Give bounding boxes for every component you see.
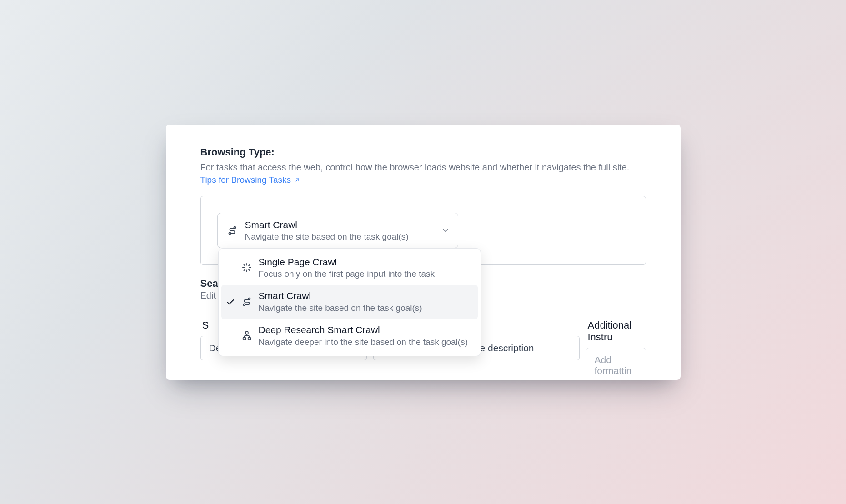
cell-additional-instructions[interactable]: Add formattin <box>586 348 646 379</box>
option-desc: Navigate the site based on the task goal… <box>259 302 422 314</box>
option-single-page-crawl[interactable]: Single Page Crawl Focus only on the firs… <box>221 251 478 285</box>
route-icon <box>241 296 252 307</box>
svg-line-9 <box>244 269 245 271</box>
option-deep-research-smart-crawl[interactable]: Deep Research Smart Crawl Navigate deepe… <box>221 319 478 353</box>
option-title: Deep Research Smart Crawl <box>259 324 468 336</box>
settings-card: Browsing Type: For tasks that access the… <box>166 125 681 380</box>
option-desc: Focus only on the first page input into … <box>259 268 435 280</box>
chevron-down-icon <box>441 226 450 235</box>
option-title: Smart Crawl <box>259 289 422 302</box>
browsing-type-select[interactable]: Smart Crawl Navigate the site based on t… <box>217 213 458 249</box>
route-icon <box>227 225 238 236</box>
sitemap-icon <box>241 330 252 341</box>
col-header-3: Additional Instru <box>586 314 646 348</box>
browsing-type-dropdown: Single Page Crawl Focus only on the firs… <box>218 248 481 357</box>
browsing-type-section: Browsing Type: For tasks that access the… <box>200 146 646 185</box>
option-desc: Navigate deeper into the site based on t… <box>259 336 468 348</box>
external-link-icon <box>294 176 301 184</box>
loader-icon <box>241 262 252 273</box>
select-current-title: Smart Crawl <box>245 219 409 231</box>
section-title: Browsing Type: <box>200 146 646 158</box>
svg-line-10 <box>248 264 250 266</box>
table-col-3: Additional Instru Add formattin <box>586 314 646 379</box>
tips-link[interactable]: Tips for Browsing Tasks <box>200 175 301 185</box>
svg-line-0 <box>296 179 299 181</box>
select-current-desc: Navigate the site based on the task goal… <box>245 231 409 243</box>
svg-line-6 <box>248 269 250 271</box>
section-description: For tasks that access the web, control h… <box>200 161 646 174</box>
option-title: Single Page Crawl <box>259 256 435 268</box>
option-smart-crawl[interactable]: Smart Crawl Navigate the site based on t… <box>221 285 478 319</box>
tips-link-label: Tips for Browsing Tasks <box>200 175 291 185</box>
svg-line-5 <box>244 264 245 266</box>
check-icon <box>226 298 235 307</box>
select-current: Smart Crawl Navigate the site based on t… <box>245 219 409 243</box>
